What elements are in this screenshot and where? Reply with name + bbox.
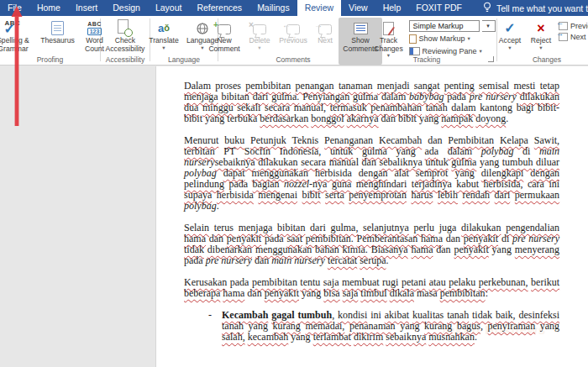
document-page[interactable]: Tekno Hosnews Dalam proses pembibitan pe… [155, 66, 588, 367]
tab-review[interactable]: Review [297, 0, 341, 16]
group-label-comments: Comments [218, 55, 368, 64]
text-run: dan [433, 244, 454, 255]
misspelled-word: menjaga [239, 222, 273, 233]
misspelled-word: Menurut [184, 134, 218, 146]
check-accessibility-label: Check Accessibility [102, 37, 148, 53]
misspelled-word: dilakukan [461, 222, 501, 233]
misspelled-word: dikirim [354, 331, 383, 343]
misspelled-word: penyakit [464, 233, 498, 244]
text-run: pada [224, 178, 253, 190]
group-label-accessibility: Accessibility [101, 55, 150, 64]
tell-me-box[interactable]: Tell me what you want to do [483, 0, 588, 16]
reviewing-pane-label: Reviewing Pane [423, 47, 477, 55]
misspelled-word: pelindung [184, 178, 224, 190]
misspelled-word: dilakukan [520, 91, 559, 102]
tab-references[interactable]: References [189, 0, 249, 16]
text-run: yang [535, 320, 559, 332]
misspelled-word: tidak [472, 309, 492, 321]
markup-select[interactable]: Simple Markup [409, 20, 480, 32]
next-change-button[interactable]: → Next [559, 33, 588, 41]
tracking-dialog-launcher[interactable] [488, 56, 494, 62]
tab-foxit-pdf[interactable]: FOXIT PDF [408, 0, 470, 16]
misspelled-word: dengan [530, 167, 559, 179]
misspelled-word: untuk [330, 145, 353, 157]
misspelled-word: saja [343, 287, 359, 299]
misspelled-word: penyakit [454, 244, 488, 255]
page-content[interactable]: Dalam proses pembibitan penangan tanaman… [184, 81, 559, 343]
misspelled-word: perlu [413, 222, 434, 233]
misspelled-word: kurang [272, 320, 300, 332]
misspelled-word: dari [310, 222, 326, 233]
text-run: proses [211, 80, 245, 92]
misspelled-word: terlambat [313, 331, 351, 343]
next-comment-label: Next [313, 37, 337, 45]
misspelled-word: Kecambah [379, 134, 422, 146]
misspelled-word: akibat [385, 309, 409, 321]
misspelled-word: bibit [302, 189, 321, 201]
text-run: , [332, 309, 338, 321]
misspelled-word: berikut [531, 276, 559, 288]
tab-view[interactable]: View [341, 0, 375, 16]
previous-comment-icon: ← [286, 19, 300, 37]
group-label-tracking: Tracking [369, 55, 485, 64]
text-run: , cara ini [520, 178, 559, 190]
text-run [472, 145, 481, 157]
show-comments-icon [354, 19, 368, 37]
tab-layout[interactable]: Layout [148, 0, 190, 16]
misspelled-word: pelaku [449, 276, 475, 288]
misspelled-word: Socfin [244, 145, 270, 157]
misspelled-word: gulma [451, 156, 476, 168]
lightbulb-icon [483, 2, 491, 15]
bullet-text: Kecambah gagal tumbuh, kondisi ini akiba… [222, 310, 559, 343]
text-run: pre nursery [206, 254, 252, 266]
tab-insert[interactable]: Insert [68, 0, 105, 16]
misspelled-word: pengendalian [506, 222, 559, 233]
misspelled-word: dilengkapi [481, 167, 524, 179]
misspelled-word: sebaliknya [379, 156, 422, 168]
misspelled-word: herbisida [483, 178, 520, 190]
tab-design[interactable]: Design [105, 0, 148, 16]
text-run: dan bibit yang [379, 113, 442, 124]
misspelled-word: terus [214, 222, 234, 233]
delete-dropdown-arrow: ▾ [258, 45, 260, 50]
misspelled-word: termasuk [330, 102, 367, 113]
misspelled-word: bagian [253, 178, 280, 190]
text-run: dan [206, 233, 227, 244]
misspelled-word: kondisi [338, 309, 367, 321]
misspelled-word: semprot [416, 167, 449, 179]
misspelled-word: tanah [222, 320, 244, 332]
misspelled-word: terjadinya [412, 178, 452, 190]
misspelled-word: Petunjuk [250, 134, 286, 146]
track-changes-icon [383, 19, 394, 37]
misspelled-word: Pembibitan [448, 134, 494, 146]
text-run: juga [434, 222, 461, 233]
misspelled-word: beberapa [184, 287, 220, 299]
text-run [217, 167, 223, 179]
group-accessibility: Check Accessibility Accessibility [101, 16, 150, 65]
paragraph: Dalam proses pembibitan penangan tanaman… [184, 81, 559, 124]
misspelled-word: tanaman [339, 80, 373, 92]
accessibility-icon [118, 19, 133, 37]
misspelled-word: Teknis [291, 134, 318, 146]
translate-dropdown-arrow: ▾ [162, 45, 165, 50]
misspelled-word: Dalam [184, 80, 211, 92]
show-markup-icon [409, 34, 417, 44]
track-changes-label: Track Changes [372, 37, 406, 53]
misspelled-word: pembibitan [245, 80, 291, 92]
tab-mailings[interactable]: Mailings [249, 0, 297, 16]
misspelled-word: semisal [479, 80, 509, 92]
text-run: yang [299, 287, 323, 299]
misspelled-word: sekali [237, 102, 260, 113]
text-run: yang [387, 145, 425, 157]
paragraph: Kerusakan pada pembibitan tentu saja mem… [184, 277, 559, 299]
misspelled-word: Pemberantasan [357, 233, 418, 244]
tab-home[interactable]: Home [29, 0, 68, 16]
show-markup-button[interactable]: Show Markup ▾ [409, 33, 496, 45]
tab-help[interactable]: Help [375, 0, 409, 16]
misspelled-word: terbitan [184, 145, 215, 157]
misspelled-word: dalam [448, 145, 472, 157]
tell-me-label: Tell me what you want to do [496, 3, 588, 13]
previous-change-label: Previous [570, 22, 588, 30]
misspelled-word: musnahkan [428, 331, 475, 343]
misspelled-word: buku [224, 134, 244, 146]
